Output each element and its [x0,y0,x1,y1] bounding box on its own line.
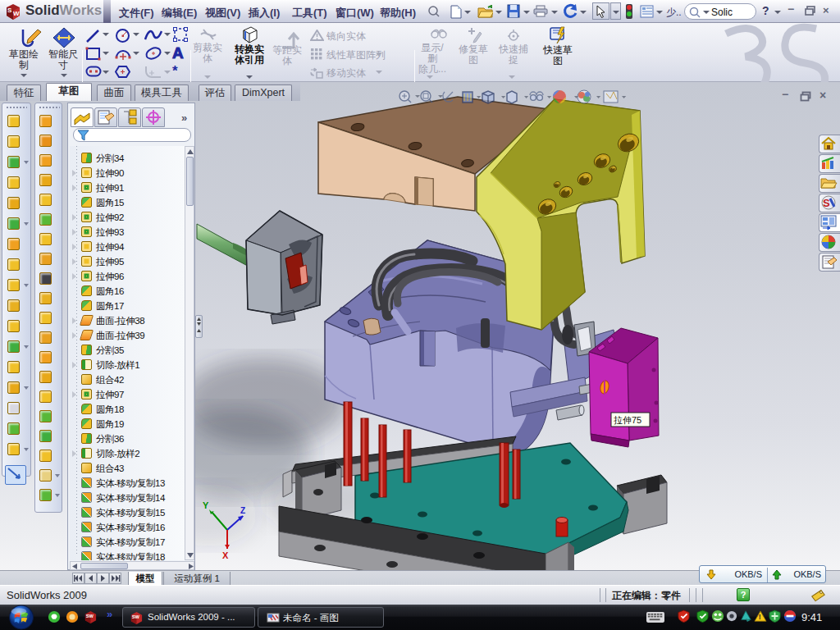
svg-text:拉伸75: 拉伸75 [614,415,641,425]
svg-text:X: X [222,550,229,560]
svg-text:Y: Y [203,500,209,510]
svg-text:S: S [7,7,12,14]
svg-text:Z: Z [240,506,245,515]
svg-text:SW: SW [132,614,140,619]
svg-text:S: S [823,197,830,209]
svg-text:SW: SW [86,614,94,619]
svg-text:!: ! [759,613,761,621]
svg-text:W: W [13,10,20,17]
